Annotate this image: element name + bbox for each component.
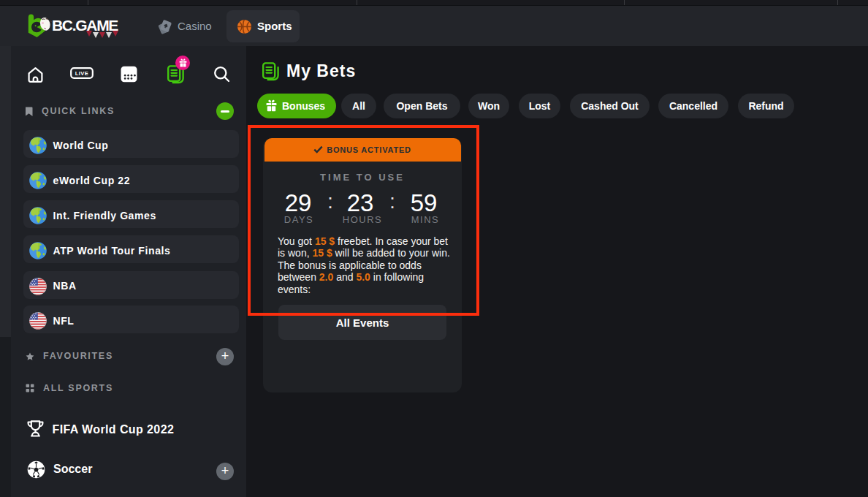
svg-text:LIVE: LIVE (75, 70, 88, 77)
